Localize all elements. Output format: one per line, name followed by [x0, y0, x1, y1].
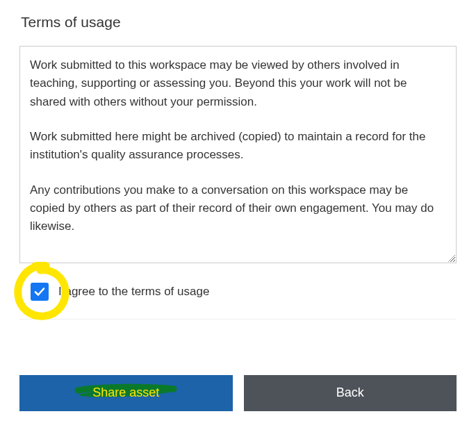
checkmark-icon	[33, 285, 46, 298]
agree-label: I agree to the terms of usage	[58, 285, 209, 299]
button-label: Share asset	[92, 385, 159, 400]
button-row: Share asset Back	[19, 375, 457, 411]
share-asset-button[interactable]: Share asset	[19, 375, 233, 411]
agree-checkbox[interactable]	[31, 283, 49, 301]
terms-paragraph: Work submitted here might be archived (c…	[30, 128, 446, 165]
agree-row: I agree to the terms of usage	[19, 283, 457, 320]
terms-dialog: Terms of usage Work submitted to this wo…	[0, 0, 476, 448]
resize-handle-icon	[446, 253, 456, 263]
svg-line-0	[448, 255, 455, 262]
terms-paragraph: Any contributions you make to a conversa…	[30, 181, 446, 236]
back-button[interactable]: Back	[244, 375, 457, 411]
terms-paragraph: Work submitted to this workspace may be …	[30, 56, 446, 111]
terms-textarea[interactable]: Work submitted to this workspace may be …	[19, 46, 457, 263]
svg-line-1	[451, 258, 455, 262]
button-label: Back	[336, 385, 364, 400]
svg-line-2	[454, 260, 455, 262]
dialog-title: Terms of usage	[21, 14, 457, 31]
